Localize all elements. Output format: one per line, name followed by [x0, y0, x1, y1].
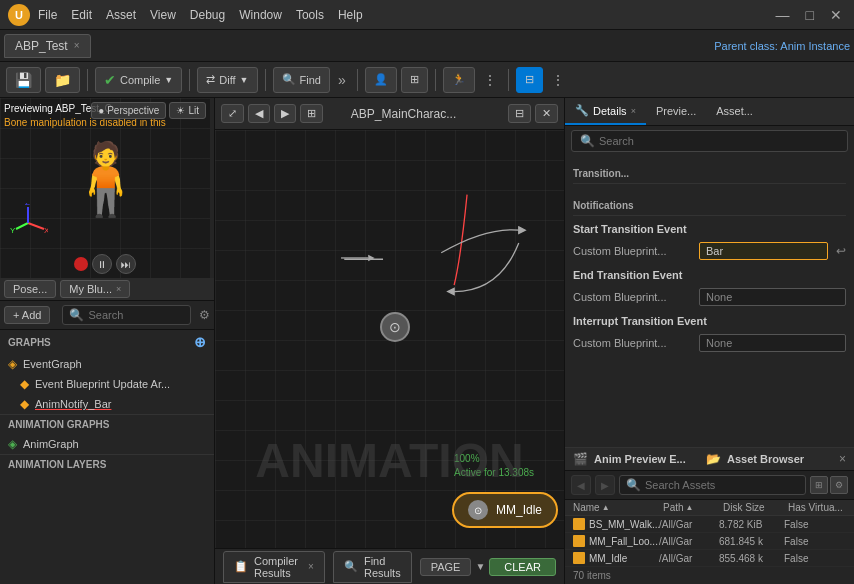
col-virtual[interactable]: Has Virtua...: [788, 502, 846, 513]
compiler-tab-close[interactable]: ×: [308, 561, 314, 572]
col-size[interactable]: Disk Size: [723, 502, 788, 513]
asset-tab[interactable]: Asset...: [706, 99, 763, 125]
record-button[interactable]: [74, 257, 88, 271]
main-toolbar: 💾 📁 ✔ Compile ▼ ⇄ Diff ▼ 🔍 Find » 👤 ⊞ 🏃 …: [0, 62, 854, 98]
details-icon: 🔧: [575, 104, 589, 117]
perspective-button[interactable]: ● Perspective: [91, 102, 166, 119]
lit-button[interactable]: ☀ Lit: [169, 102, 206, 119]
col-path[interactable]: Path ▲: [663, 502, 723, 513]
custom-bp-value-2[interactable]: None: [699, 288, 846, 306]
details-search-bar[interactable]: 🔍: [571, 130, 848, 152]
anim-layers-header: ANIMATION LAYERS: [0, 454, 214, 474]
anim-graphs-header: ANIMATION GRAPHS: [0, 414, 214, 434]
clear-button[interactable]: CLEAR: [489, 558, 556, 576]
add-button[interactable]: + Add: [4, 306, 50, 324]
pause-button[interactable]: ⏸: [92, 254, 112, 274]
center-forward-button[interactable]: ▶: [274, 104, 296, 123]
menu-asset[interactable]: Asset: [106, 8, 136, 22]
abp-test-tab[interactable]: ABP_Test ×: [4, 34, 91, 58]
asset-view-btn-1[interactable]: ⊞: [810, 476, 828, 494]
asset-row-2[interactable]: MM_Fall_Loo... /All/Gar 681.845 k False: [565, 533, 854, 550]
event-graph-item[interactable]: ◈ EventGraph: [0, 354, 214, 374]
mm-idle-node[interactable]: 100% Active for 13.308s ⊙ MM_Idle: [452, 492, 558, 528]
open-button[interactable]: 📁: [45, 67, 80, 93]
toolbar-icon-3[interactable]: 🏃: [443, 67, 475, 93]
asset-row-3[interactable]: MM_Idle /All/Gar 855.468 k False: [565, 550, 854, 567]
menu-help[interactable]: Help: [338, 8, 363, 22]
blueprint-tab-close[interactable]: ×: [116, 284, 121, 294]
center-grid-button[interactable]: ⊟: [508, 104, 531, 123]
page-button[interactable]: PAGE: [420, 558, 472, 576]
viewport: 🧍 Previewing ABP_Test_C. Bone manipulati…: [0, 98, 210, 278]
anim-graph-item[interactable]: ◈ AnimGraph: [0, 434, 214, 454]
compile-icon: ✔: [104, 72, 116, 88]
compile-button[interactable]: ✔ Compile ▼: [95, 67, 182, 93]
asset-browser-close[interactable]: ×: [839, 452, 846, 466]
step-button[interactable]: ⏭: [116, 254, 136, 274]
custom-bp-value-3[interactable]: None: [699, 334, 846, 352]
left-tab-bar: Pose... My Blu... ×: [0, 278, 214, 301]
sort-icon: ▲: [602, 503, 610, 512]
more-button-2[interactable]: ⋮: [479, 72, 501, 88]
asset-virt-2: False: [784, 536, 846, 547]
menu-debug[interactable]: Debug: [190, 8, 225, 22]
center-back-button[interactable]: ◀: [248, 104, 270, 123]
entry-node[interactable]: ⊙: [380, 312, 410, 342]
event-icon: ◆: [20, 377, 29, 391]
find-results-tab[interactable]: 🔍 Find Results: [333, 551, 412, 583]
col-name[interactable]: Name ▲: [573, 502, 663, 513]
left-lower-panel: Pose... My Blu... × + Add 🔍 ⚙ GRAPHS ⊕: [0, 278, 214, 584]
diff-button[interactable]: ⇄ Diff ▼: [197, 67, 257, 93]
details-tab-close[interactable]: ×: [631, 106, 636, 116]
toolbar-separator-6: [508, 69, 509, 91]
maximize-button[interactable]: □: [802, 7, 818, 23]
details-search-input[interactable]: [599, 135, 839, 147]
pose-tab[interactable]: Pose...: [4, 280, 56, 298]
asset-settings-btn[interactable]: ⚙: [830, 476, 848, 494]
anim-notify-item[interactable]: ◆ AnimNotify_Bar: [0, 394, 214, 414]
details-tab[interactable]: 🔧 Details ×: [565, 98, 646, 125]
compiler-results-tab[interactable]: 📋 Compiler Results ×: [223, 551, 325, 583]
blueprint-tab[interactable]: My Blu... ×: [60, 280, 130, 298]
parent-class-info: Parent class: Anim Instance: [714, 40, 850, 52]
center-close-button[interactable]: ✕: [535, 104, 558, 123]
toolbar-icon-1[interactable]: 👤: [365, 67, 397, 93]
center-breadcrumb[interactable]: ⊞: [300, 104, 323, 123]
search-row: + Add 🔍 ⚙: [0, 301, 214, 330]
reset-button-1[interactable]: ↩: [836, 244, 846, 258]
menu-file[interactable]: File: [38, 8, 57, 22]
menu-window[interactable]: Window: [239, 8, 282, 22]
minimize-button[interactable]: —: [772, 7, 794, 23]
asset-row-1[interactable]: BS_MM_Walk... /All/Gar 8.782 KiB False: [565, 516, 854, 533]
asset-back-button[interactable]: ◀: [571, 475, 591, 495]
menu-edit[interactable]: Edit: [71, 8, 92, 22]
asset-search-bar[interactable]: 🔍: [619, 475, 806, 495]
center-panel: ⤢ ◀ ▶ ⊞ ABP_MainCharac... ⊟ ✕: [215, 98, 564, 584]
preview-tab[interactable]: Previe...: [646, 99, 706, 125]
save-button[interactable]: 💾: [6, 67, 41, 93]
custom-bp-value-1[interactable]: Bar: [699, 242, 828, 260]
settings-gear-icon[interactable]: ⚙: [199, 308, 210, 322]
event-blueprint-item[interactable]: ◆ Event Blueprint Update Ar...: [0, 374, 214, 394]
menu-tools[interactable]: Tools: [296, 8, 324, 22]
tab-close-button[interactable]: ×: [74, 40, 80, 51]
view-mode-button[interactable]: ⊟: [516, 67, 543, 93]
asset-forward-button[interactable]: ▶: [595, 475, 615, 495]
close-button[interactable]: ✕: [826, 7, 846, 23]
graph-canvas[interactable]: ⊙ ⇄ ⇄ ⇄ 100% Active for 13.308s ⊙: [215, 130, 564, 548]
menu-view[interactable]: View: [150, 8, 176, 22]
more-button-3[interactable]: ⋮: [547, 72, 569, 88]
more-button[interactable]: »: [334, 72, 350, 88]
add-graph-button[interactable]: ⊕: [194, 334, 206, 350]
asset-virt-1: False: [784, 519, 846, 530]
find-button[interactable]: 🔍 Find: [273, 67, 330, 93]
anim-preview-label: Anim Preview E...: [594, 453, 700, 465]
left-search-bar[interactable]: 🔍: [62, 305, 191, 325]
diff-dropdown-icon: ▼: [240, 75, 249, 85]
compiler-icon: 📋: [234, 560, 248, 573]
asset-search-input[interactable]: [645, 479, 799, 491]
center-expand-button[interactable]: ⤢: [221, 104, 244, 123]
toolbar-icon-2[interactable]: ⊞: [401, 67, 428, 93]
left-search-input[interactable]: [88, 309, 184, 321]
compile-dropdown-icon: ▼: [164, 75, 173, 85]
